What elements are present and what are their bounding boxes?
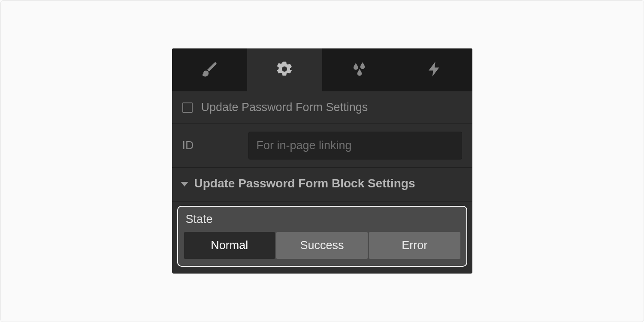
brush-icon xyxy=(200,60,218,80)
gear-icon xyxy=(275,60,293,80)
element-title-row: Update Password Form Settings xyxy=(172,91,472,124)
section-header[interactable]: Update Password Form Block Settings xyxy=(172,168,472,202)
tab-effects[interactable] xyxy=(322,48,397,91)
id-input[interactable] xyxy=(248,132,462,159)
state-option-success[interactable]: Success xyxy=(276,232,368,259)
element-title: Update Password Form Settings xyxy=(201,101,368,114)
state-option-error[interactable]: Error xyxy=(369,232,460,259)
droplets-icon xyxy=(351,60,369,80)
bolt-icon xyxy=(426,60,444,80)
state-label: State xyxy=(184,213,460,226)
state-option-normal[interactable]: Normal xyxy=(184,232,275,259)
state-group: State Normal Success Error xyxy=(177,206,467,267)
state-segmented-control: Normal Success Error xyxy=(184,232,460,259)
tab-style[interactable] xyxy=(172,48,247,91)
page-frame: Update Password Form Settings ID Update … xyxy=(0,0,644,322)
tab-interactions[interactable] xyxy=(397,48,472,91)
element-checkbox[interactable] xyxy=(182,102,193,113)
section-title: Update Password Form Block Settings xyxy=(194,175,415,192)
id-field-row: ID xyxy=(172,124,472,168)
tab-settings[interactable] xyxy=(247,48,322,91)
panel-tabs xyxy=(172,48,472,91)
caret-down-icon xyxy=(181,182,188,187)
settings-panel: Update Password Form Settings ID Update … xyxy=(172,48,472,274)
id-label: ID xyxy=(182,139,238,152)
